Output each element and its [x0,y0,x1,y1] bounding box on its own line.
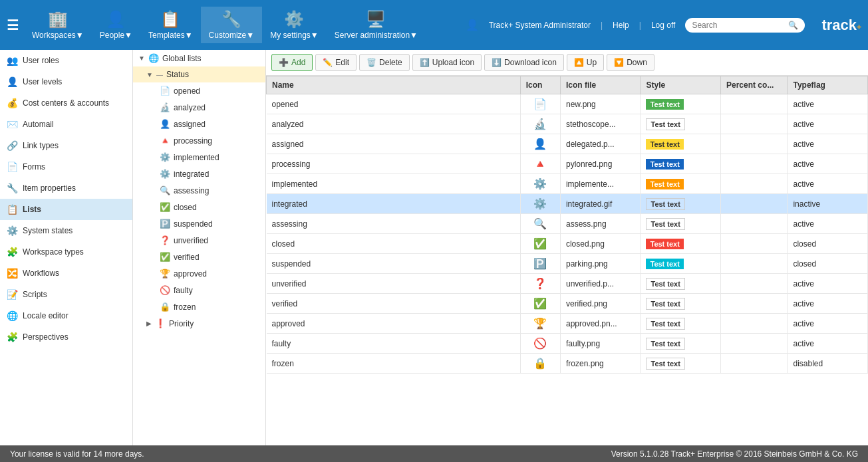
list-table: Name Icon Icon file Style Percent co... … [266,76,868,374]
nav-server-admin-label: Server administration [335,31,410,40]
sidebar-item-locale-editor[interactable]: 🌐 Locale editor [0,305,132,326]
sidebar-item-scripts[interactable]: 📝 Scripts [0,284,132,305]
tree-closed[interactable]: ✅ closed [133,199,265,215]
sidebar-item-forms[interactable]: 📄 Forms [0,156,132,177]
table-row[interactable]: approved 🏆 approved.pn... Test text acti… [267,314,868,334]
cell-name: opened [267,94,521,114]
nav-server-admin[interactable]: 🖥️ Server administration ▼ [327,7,426,43]
tree-priority[interactable]: ▶ ❗ Priority [133,315,265,332]
tree-integrated[interactable]: ⚙️ integrated [133,166,265,182]
edit-button[interactable]: ✏️ Edit [315,54,357,71]
sidebar-item-workspace-types[interactable]: 🧩 Workspace types [0,241,132,263]
cell-typeflag: active [788,214,868,234]
sidebar-item-lists[interactable]: 📋 Lists [0,199,132,220]
cell-icon-file: unverified.p... [560,274,641,294]
table-row[interactable]: frozen 🔒 frozen.png Test text disabled [267,354,868,374]
nav-people[interactable]: 👤 People ▼ [92,7,140,43]
tree-processing[interactable]: 🔺 processing [133,132,265,149]
download-icon-button[interactable]: ⬇️ Download icon [484,54,564,71]
sidebar-item-user-roles[interactable]: 👥 User roles [0,50,132,71]
cell-name: implemented [267,174,521,194]
nav-my-settings[interactable]: ⚙️ My settings ▼ [262,7,327,43]
cell-name: assessing [267,214,521,234]
priority-icon: ❗ [155,318,166,328]
search-input[interactable] [692,21,785,30]
user-roles-icon: 👥 [7,55,18,66]
tree-suspended[interactable]: 🅿️ suspended [133,215,265,232]
sidebar-item-workflows[interactable]: 🔀 Workflows [0,263,132,284]
cell-typeflag: active [788,134,868,154]
table-row[interactable]: processing 🔺 pylonred.png Test text acti… [267,154,868,174]
top-header: ☰ 🏢 Workspaces ▼ 👤 People ▼ 📋 Templates … [0,0,868,50]
assessing-label: assessing [174,186,209,195]
priority-label: Priority [169,319,194,328]
nav-server-admin-arrow: ▼ [410,31,418,40]
table-row[interactable]: assessing 🔍 assess.png Test text active [267,214,868,234]
delete-icon: 🗑️ [366,58,376,67]
table-row[interactable]: suspended 🅿️ parking.png Test text close… [267,254,868,274]
add-button[interactable]: ➕ Add [271,54,313,71]
tree-opened[interactable]: 📄 opened [133,82,265,99]
nav-templates-label: Templates [148,31,185,40]
nav-templates[interactable]: 📋 Templates ▼ [140,7,201,43]
cell-style: Test text [641,274,721,294]
cell-style: Test text [641,154,721,174]
upload-icon-button[interactable]: ⬆️ Upload icon [412,54,482,71]
sidebar-item-item-properties[interactable]: 🔧 Item properties [0,177,132,199]
sidebar-label-link-types: Link types [23,141,59,150]
nav-customize[interactable]: 🔧 Customize ▼ [201,7,263,43]
tree-global-lists[interactable]: ▼ 🌐 Global lists [133,50,265,66]
nav-customize-label: Customize [209,31,247,40]
cell-style: Test text [641,294,721,314]
templates-icon: 📋 [160,10,180,29]
tree-verified[interactable]: ✅ verified [133,249,265,265]
sidebar-item-user-levels[interactable]: 👤 User levels [0,71,132,92]
assigned-label: assigned [174,120,206,129]
sidebar-item-automail[interactable]: ✉️ Automail [0,114,132,135]
logout-link[interactable]: Log off [651,21,675,30]
toolbar: ➕ Add ✏️ Edit 🗑️ Delete ⬆️ Upload icon ⬇… [266,50,868,76]
sidebar-label-system-states: System states [23,226,72,235]
sidebar-item-system-states[interactable]: ⚙️ System states [0,220,132,241]
table-row[interactable]: assigned 👤 delegated.p... Test text acti… [267,134,868,154]
cell-icon: ⚙️ [520,174,560,194]
down-button[interactable]: 🔽 Down [607,54,654,71]
cell-name: verified [267,294,521,314]
cell-style: Test text [641,354,721,374]
cell-icon: 🔺 [520,154,560,174]
cell-icon: 👤 [520,134,560,154]
tree-assessing[interactable]: 🔍 assessing [133,182,265,199]
tree-frozen[interactable]: 🔒 frozen [133,298,265,315]
tree-unverified[interactable]: ❓ unverified [133,232,265,249]
tree-approved[interactable]: 🏆 approved [133,265,265,282]
cell-percent-co [721,194,788,214]
table-row[interactable]: unverified ❓ unverified.p... Test text a… [267,274,868,294]
sidebar-item-cost-centers[interactable]: 💰 Cost centers & accounts [0,92,132,114]
table-row[interactable]: verified ✅ verified.png Test text active [267,294,868,314]
menu-icon[interactable]: ☰ [7,17,19,33]
upload-icon-icon: ⬆️ [420,58,430,67]
sidebar-item-link-types[interactable]: 🔗 Link types [0,135,132,156]
table-row[interactable]: analyzed 🔬 stethoscope... Test text acti… [267,114,868,134]
workflows-icon: 🔀 [7,268,18,279]
global-lists-arrow: ▼ [138,55,145,62]
delete-button[interactable]: 🗑️ Delete [359,54,410,71]
tree-analyzed[interactable]: 🔬 analyzed [133,99,265,116]
table-row[interactable]: closed ✅ closed.png Test text closed [267,234,868,254]
table-row[interactable]: integrated ⚙️ integrated.gif Test text i… [267,194,868,214]
up-icon: 🔼 [574,58,584,67]
table-row[interactable]: implemented ⚙️ implemente... Test text a… [267,174,868,194]
nav-workspaces[interactable]: 🏢 Workspaces ▼ [24,7,92,43]
help-link[interactable]: Help [613,21,629,30]
cell-percent-co [721,334,788,354]
cell-icon-file: stethoscope... [560,114,641,134]
col-typeflag: Typeflag [788,76,868,94]
tree-assigned[interactable]: 👤 assigned [133,116,265,132]
up-button[interactable]: 🔼 Up [567,54,604,71]
sidebar-item-perspectives[interactable]: 🧩 Perspectives [0,326,132,348]
table-row[interactable]: opened 📄 new.png Test text active [267,94,868,114]
tree-implemented[interactable]: ⚙️ implemented [133,149,265,166]
table-row[interactable]: faulty 🚫 faulty.png Test text active [267,334,868,354]
tree-status[interactable]: ▼ — Status [133,66,265,82]
tree-faulty[interactable]: 🚫 faulty [133,282,265,298]
